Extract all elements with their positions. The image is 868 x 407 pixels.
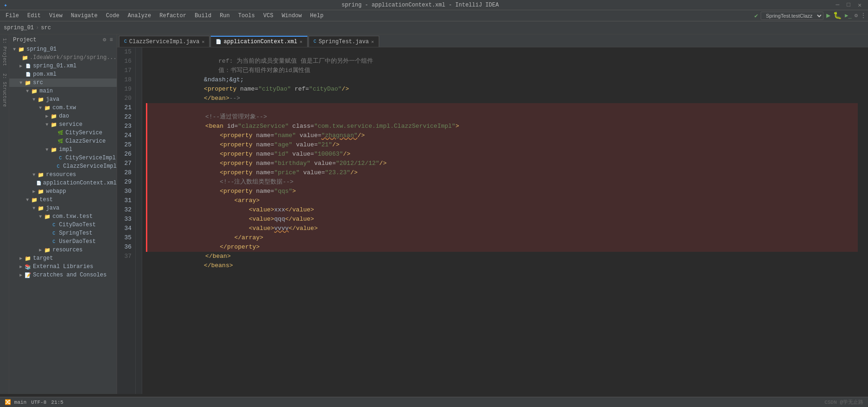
minimize-btn[interactable]: ─ [833,1,842,8]
line-num-29: 29 [121,177,132,187]
title-bar-center: spring - applicationContext.xml - Intell… [342,2,499,8]
menu-file[interactable]: File [2,12,23,20]
app-logo: ✦ [4,1,7,9]
folder-icon-extlibs: 📚 [24,263,32,270]
folder-icon-webapp: 📁 [37,188,45,195]
tree-item-cityserviceimpl[interactable]: C CityServiceImpl [9,154,117,162]
tab-springtest[interactable]: C SpringTest.java ✕ [309,36,379,47]
tree-item-extlibs[interactable]: ▶ 📚 External Libraries [9,263,117,271]
line-num-33: 33 [121,215,132,224]
tree-item-scratches[interactable]: ▶ 📝 Scratches and Consoles [9,271,117,279]
status-right: CSDN @学无止路 [824,399,863,406]
tree-label-main: main [39,88,53,94]
tree-item-spring01[interactable]: ▼ 📁 spring_01 [9,45,117,53]
gutter-25 [136,140,142,150]
menu-vcs[interactable]: VCS [260,12,277,20]
tab-appctx[interactable]: 📄 applicationContext.xml ✕ [210,36,307,47]
window-title: spring - applicationContext.xml - Intell… [342,2,499,8]
tree-label-java: java [46,96,59,103]
breadcrumb-project[interactable]: spring_01 [4,25,34,31]
tree-item-cityservice[interactable]: 🌿 CityService [9,129,117,137]
line-num-32: 32 [121,205,132,215]
tree-item-testresources[interactable]: ▶ 📁 resources [9,246,117,254]
run-button[interactable]: ▶ [826,11,830,20]
code-content[interactable]: ref: 为当前的成员变量赋值 值是工厂中的另外一个组件 值：书写已有组件对象的… [142,47,861,394]
gutter-24 [136,131,142,140]
tree-item-main[interactable]: ▼ 📁 main [9,87,117,95]
settings-icon[interactable]: ⋮ [861,12,866,19]
menu-analyze[interactable]: Analyze [124,12,155,20]
arrow-service: ▼ [44,122,50,127]
gutter-27 [136,159,142,168]
tab-close-clazzserviceimpl[interactable]: ✕ [202,39,204,45]
side-tab-structure[interactable]: 2: Structure [1,70,8,111]
tab-close-appctx[interactable]: ✕ [300,39,302,45]
tree-item-pomxml[interactable]: 📄 pom.xml [9,70,117,79]
tree-item-webapp[interactable]: ▶ 📁 webapp [9,187,117,196]
tree-item-comtxwtest[interactable]: ▼ 📁 com.txw.test [9,212,117,221]
tree-item-clazzserviceimpl[interactable]: C ClazzServiceImpl [9,162,117,171]
line-num-28: 28 [121,168,132,177]
side-tabs: 1: Project 2: Structure [0,34,9,394]
xml-icon-appctx: 📄 [36,179,41,187]
watermark-text: CSDN @学无止路 [824,400,863,405]
arrow-webapp: ▶ [31,189,37,194]
arrow-test: ▼ [24,197,31,203]
tree-item-test[interactable]: ▼ 📁 test [9,196,117,204]
gutter [136,47,142,394]
tree-item-testjava[interactable]: ▼ 📁 java [9,204,117,212]
tree-item-spring01-xml[interactable]: ▶ 📄 spring_01.xml [9,62,117,70]
tree-item-userdaotest[interactable]: C UserDaoTest [9,237,117,246]
arrow-spring01: ▼ [11,47,18,52]
tree-item-impl[interactable]: ▼ 📁 impl [9,145,117,154]
spring-icon-cityservice: 🌿 [57,129,64,137]
menu-refactor[interactable]: Refactor [156,12,190,20]
tree-item-java[interactable]: ▼ 📁 java [9,95,117,104]
menu-code[interactable]: Code [102,12,123,20]
tree-item-springtest[interactable]: C SpringTest [9,229,117,237]
tree-item-appctx[interactable]: 📄 applicationContext.xml [9,179,117,187]
run-config-selector[interactable]: SpringTest.testClazz [761,12,823,20]
title-bar-right: ─ □ ✕ [833,1,864,9]
tree-label-dao: dao [59,113,69,119]
tab-close-springtest[interactable]: ✕ [371,39,374,45]
tree-label-appctx: applicationContext.xml [43,180,117,186]
tree-label-clazzservice: ClazzService [66,138,105,144]
debug-button[interactable]: 🐛 [833,11,842,20]
tree-item-dao[interactable]: ▶ 📁 dao [9,112,117,120]
tree-item-citydaotest[interactable]: C CityDaoTest [9,221,117,229]
tab-clazzserviceimpl[interactable]: C ClazzServiceImpl.java ✕ [119,36,210,47]
breadcrumb-src[interactable]: src [41,25,51,31]
tree-label-clazzserviceimpl: ClazzServiceImpl [63,163,117,170]
menu-help[interactable]: Help [306,12,327,20]
menu-view[interactable]: View [46,12,66,20]
coverage-button[interactable]: ▶̲ [845,12,851,19]
sidebar: Project ⚙ ≡ ▼ 📁 spring_01 📁 .IdeaWork/sp… [9,34,117,394]
menu-edit[interactable]: Edit [24,12,45,20]
sidebar-options[interactable]: ⚙ ≡ [103,36,113,43]
line-num-18: 18 [121,75,132,85]
menu-tools[interactable]: Tools [235,12,259,20]
tree-item-clazzservice[interactable]: 🌿 ClazzService [9,137,117,145]
tree-item-target[interactable]: ▶ 📁 target [9,254,117,263]
menu-window[interactable]: Window [278,12,305,20]
build-button[interactable]: ⚙ [855,12,858,19]
status-vcs[interactable]: 🔀 main [5,399,26,405]
close-btn[interactable]: ✕ [855,1,864,9]
menu-build[interactable]: Build [191,12,215,20]
tree-label-target: target [33,255,53,262]
menu-run[interactable]: Run [216,12,234,20]
tree-item-src[interactable]: ▼ 📁 src [9,79,117,87]
tree-item-service[interactable]: ▼ 📁 service [9,120,117,129]
tree-item-comtxw[interactable]: ▼ 📁 com.txw [9,104,117,112]
line-num-21: 21 [121,103,132,112]
tree-item-ideawork[interactable]: 📁 .IdeaWork/spring/spring... [9,53,117,62]
tab-icon-clazzserviceimpl: C [124,39,127,44]
maximize-btn[interactable]: □ [844,1,853,8]
tree-label-resources: resources [46,171,76,178]
menu-navigate[interactable]: Navigate [67,12,101,20]
editor[interactable]: 15 16 17 18 19 20 21 22 23 24 25 26 27 2… [117,47,868,394]
side-tab-project[interactable]: 1: Project [1,34,8,70]
gutter-30 [136,187,142,196]
tree-item-resources[interactable]: ▼ 📁 resources [9,171,117,179]
